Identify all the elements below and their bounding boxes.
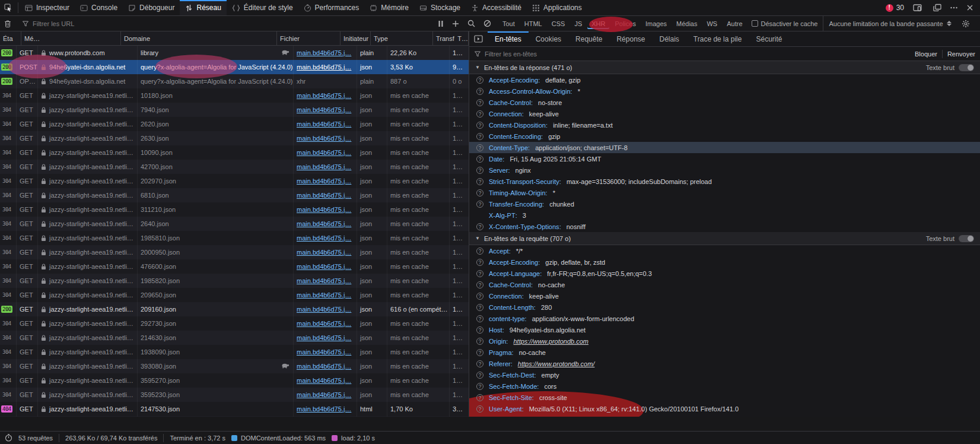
- help-icon[interactable]: [476, 394, 483, 401]
- initiator-link[interactable]: main.bd4b6d75.j…: [297, 277, 351, 284]
- tab-debogueur[interactable]: Débogueur: [123, 0, 180, 15]
- network-request-row[interactable]: 304 GET jazzy-starlight-aeea19.netli… 31…: [0, 202, 469, 217]
- help-icon[interactable]: [476, 304, 483, 311]
- network-request-row[interactable]: 304 GET jazzy-starlight-aeea19.netli… 35…: [0, 388, 469, 402]
- help-icon[interactable]: [476, 315, 483, 322]
- type-filter-button[interactable]: Images: [641, 18, 671, 29]
- help-icon[interactable]: [476, 156, 483, 163]
- network-request-row[interactable]: 404 GET jazzy-starlight-aeea19.netli… 33…: [0, 416, 469, 417]
- header-row[interactable]: Accept: */*: [469, 245, 980, 256]
- header-row[interactable]: Sec-Fetch-Dest: empty: [469, 369, 980, 380]
- clear-requests-button[interactable]: [0, 20, 15, 27]
- header-row[interactable]: Connection: keep-alive: [469, 290, 980, 302]
- column-header[interactable]: Transfert: [433, 31, 454, 45]
- help-icon[interactable]: [476, 77, 483, 84]
- help-icon[interactable]: [476, 88, 483, 95]
- initiator-link[interactable]: main.bd4b6d75.j…: [297, 334, 351, 341]
- detail-tab[interactable]: Requête: [568, 31, 609, 46]
- network-request-row[interactable]: 304 GET jazzy-starlight-aeea19.netli… 10…: [0, 145, 469, 160]
- type-filter-button[interactable]: HTML: [520, 18, 546, 29]
- type-filter-button[interactable]: Polices: [610, 18, 639, 29]
- header-row[interactable]: Accept-Encoding: deflate, gzip: [469, 74, 980, 85]
- toggle-sidebar-button[interactable]: [469, 31, 488, 46]
- header-row[interactable]: X-Content-Type-Options: nosniff: [469, 221, 980, 232]
- header-row[interactable]: Content-Encoding: gzip: [469, 131, 980, 142]
- tab-performances[interactable]: Performances: [298, 0, 365, 15]
- network-request-row[interactable]: 304 GET jazzy-starlight-aeea19.netli… 10…: [0, 88, 469, 103]
- pick-element-button[interactable]: [0, 0, 17, 15]
- network-request-row[interactable]: 304 GET jazzy-starlight-aeea19.netli… 26…: [0, 217, 469, 231]
- raw-toggle-switch[interactable]: [959, 64, 974, 71]
- initiator-link[interactable]: main.bd4b6d75.j…: [297, 306, 351, 313]
- type-filter-button[interactable]: Tout: [498, 18, 519, 29]
- header-row[interactable]: Server: nginx: [469, 164, 980, 176]
- initiator-link[interactable]: xhr: [297, 78, 306, 85]
- header-row[interactable]: Connection: keep-alive: [469, 108, 980, 119]
- detail-tab[interactable]: Délais: [652, 31, 686, 46]
- meatball-menu-button[interactable]: [946, 4, 962, 12]
- network-request-row[interactable]: 304 GET jazzy-starlight-aeea19.netli… 47…: [0, 259, 469, 274]
- initiator-link[interactable]: main.bd4b6d75.j…: [297, 92, 351, 99]
- header-row[interactable]: x-algolia-api-key: 9ba0e69fb2974316cdaec…: [469, 414, 980, 417]
- url-filter-input[interactable]: [33, 20, 434, 27]
- help-icon[interactable]: [476, 189, 483, 196]
- disable-cache-checkbox[interactable]: [752, 20, 758, 27]
- type-filter-button[interactable]: XHR: [587, 18, 609, 29]
- help-icon[interactable]: [476, 338, 483, 345]
- tab-stockage[interactable]: Stockage: [414, 0, 466, 15]
- help-icon[interactable]: [476, 259, 483, 266]
- error-count-button[interactable]: ! 30: [881, 4, 909, 12]
- initiator-link[interactable]: main.bd4b6d75.j…: [297, 135, 351, 142]
- initiator-link[interactable]: main.bd4b6d75.j…: [297, 263, 351, 270]
- help-icon[interactable]: [476, 201, 483, 208]
- help-icon[interactable]: [476, 281, 483, 288]
- help-icon[interactable]: [476, 372, 483, 379]
- initiator-link[interactable]: main.bd4b6d75.j…: [297, 192, 351, 199]
- header-row[interactable]: Cache-Control: no-cache: [469, 279, 980, 290]
- resend-button[interactable]: Renvoyer: [947, 50, 975, 58]
- initiator-link[interactable]: main.bd4b6d75.j…: [297, 106, 351, 113]
- tab-console[interactable]: Console: [75, 0, 123, 15]
- network-request-row[interactable]: 304 GET jazzy-starlight-aeea19.netli… 26…: [0, 117, 469, 131]
- network-request-row[interactable]: 304 GET jazzy-starlight-aeea19.netli… 20…: [0, 174, 469, 188]
- initiator-link[interactable]: main.bd4b6d75.j…: [297, 291, 351, 299]
- header-row[interactable]: User-Agent: Mozilla/5.0 (X11; Linux x86_…: [469, 403, 980, 414]
- header-row[interactable]: Pragma: no-cache: [469, 347, 980, 358]
- tab-accessibilite[interactable]: Accessibilité: [466, 0, 527, 15]
- help-icon[interactable]: [476, 144, 483, 151]
- initiator-link[interactable]: main.bd4b6d75.j…: [297, 391, 351, 398]
- detail-tab[interactable]: Cookies: [529, 31, 568, 46]
- initiator-link[interactable]: main.bd4b6d75.j…: [297, 405, 351, 413]
- search-button[interactable]: [463, 20, 479, 27]
- help-icon[interactable]: [476, 270, 483, 277]
- help-icon[interactable]: [476, 360, 483, 367]
- type-filter-button[interactable]: Médias: [672, 18, 701, 29]
- initiator-link[interactable]: main.bd4b6d75.j…: [297, 177, 351, 185]
- initiator-link[interactable]: main.bd4b6d75.j…: [297, 49, 351, 56]
- header-row[interactable]: content-type: application/x-www-form-url…: [469, 313, 980, 324]
- initiator-link[interactable]: main.bd4b6d75.j…: [297, 163, 351, 170]
- network-settings-button[interactable]: [957, 20, 974, 28]
- type-filter-button[interactable]: WS: [702, 18, 721, 29]
- tab-memoire[interactable]: Mémoire: [364, 0, 414, 15]
- network-request-row[interactable]: 304 GET jazzy-starlight-aeea19.netli… 19…: [0, 231, 469, 245]
- help-icon[interactable]: [476, 223, 483, 230]
- http-custom-request-button[interactable]: [448, 20, 463, 27]
- initiator-link[interactable]: main.bd4b6d75.j…: [297, 249, 351, 256]
- network-request-row[interactable]: 304 GET jazzy-starlight-aeea19.netli… 20…: [0, 245, 469, 259]
- detail-tab[interactable]: Réponse: [609, 31, 652, 46]
- header-row[interactable]: Cache-Control: no-store: [469, 97, 980, 108]
- help-icon[interactable]: [476, 99, 483, 106]
- initiator-link[interactable]: main.bd4b6d75.j…: [297, 149, 351, 156]
- header-row[interactable]: Accept-Language: fr,fr-FR;q=0.8,en-US;q=…: [469, 268, 980, 279]
- initiator-link[interactable]: main.bd4b6d75.j…: [297, 320, 351, 327]
- initiator-link[interactable]: main.bd4b6d75.j…: [297, 206, 351, 213]
- help-icon[interactable]: [476, 293, 483, 300]
- network-request-row[interactable]: 404 GET jazzy-starlight-aeea19.netli… 21…: [0, 402, 469, 416]
- header-row[interactable]: Accept-Encoding: gzip, deflate, br, zstd: [469, 256, 980, 268]
- network-request-row[interactable]: 304 GET jazzy-starlight-aeea19.netli… 68…: [0, 188, 469, 202]
- detail-tab[interactable]: En-têtes: [488, 31, 529, 46]
- header-row[interactable]: Host: 94he6yatei-dsn.algolia.net: [469, 324, 980, 335]
- header-row[interactable]: Strict-Transport-Security: max-age=31536…: [469, 176, 980, 187]
- network-request-row[interactable]: 304 GET jazzy-starlight-aeea19.netli… 42…: [0, 160, 469, 174]
